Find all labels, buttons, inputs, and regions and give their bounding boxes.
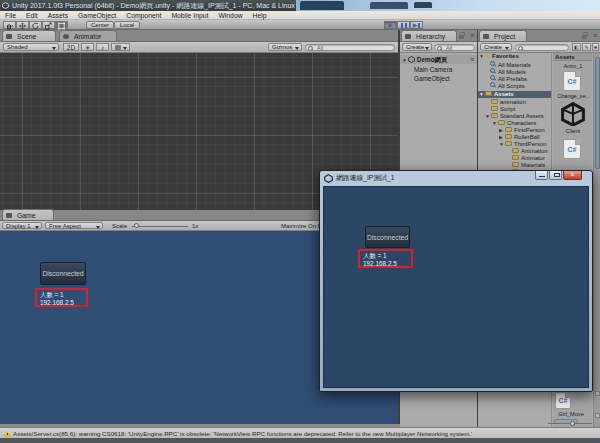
scene-name: Demo網頁 xyxy=(417,56,448,63)
shaded-dropdown[interactable]: Shaded xyxy=(3,43,59,51)
rect-tool-button[interactable] xyxy=(55,21,68,29)
pivot-center-button[interactable]: Center xyxy=(86,21,114,29)
tree-rollerball[interactable]: ▶RollerBall xyxy=(499,134,552,141)
aspect-dropdown[interactable]: Free Aspect xyxy=(45,222,103,229)
rotate-tool-button[interactable] xyxy=(29,21,42,29)
scale-icon xyxy=(44,22,53,30)
tree-all-prefabs[interactable]: All Prefabs xyxy=(490,75,552,82)
project-vscrollbar[interactable] xyxy=(593,53,600,427)
hand-tool-button[interactable] xyxy=(3,21,16,29)
menu-component[interactable]: Component xyxy=(121,11,166,20)
menu-assets[interactable]: Assets xyxy=(43,11,73,20)
scene-options-icon[interactable]: ≡ xyxy=(470,57,474,63)
asset-label-girl-move[interactable]: Girl_Move xyxy=(553,411,591,417)
icon-size-slider-handle[interactable] xyxy=(570,421,575,426)
move-tool-button[interactable] xyxy=(16,21,29,29)
asset-label-anim1[interactable]: Anim_1 xyxy=(553,63,592,69)
warning-icon xyxy=(3,431,11,437)
lock-icon[interactable] xyxy=(459,35,464,39)
unity-asset-icon[interactable] xyxy=(561,102,585,126)
tree-all-scripts[interactable]: All Scripts xyxy=(490,82,552,89)
project-vscroll-thumb[interactable] xyxy=(595,57,600,169)
background-window-tab xyxy=(414,2,432,8)
favorite-search-button[interactable]: ★ xyxy=(592,43,599,51)
maximize-icon xyxy=(554,173,560,177)
tree-all-materials[interactable]: All Materials xyxy=(490,61,552,68)
project-create-dropdown[interactable]: Create xyxy=(480,43,512,51)
tree-animation-sub[interactable]: Animation xyxy=(512,148,552,155)
tree-firstperson[interactable]: ▶FirstPerson xyxy=(499,127,552,134)
search-by-label-button[interactable]: ✎ xyxy=(582,43,591,51)
2d-toggle[interactable]: 2D xyxy=(63,43,79,51)
tree-assets[interactable]: ▼Assets xyxy=(478,91,552,98)
project-tab-icon xyxy=(483,34,489,39)
tree-thirdperson[interactable]: ▼ThirdPerson xyxy=(499,141,552,148)
display-dropdown[interactable]: Display 1 xyxy=(2,222,42,229)
tab-animator[interactable]: Animator xyxy=(59,30,117,41)
lighting-toggle[interactable]: ☀ xyxy=(81,43,94,51)
scale-slider-handle[interactable] xyxy=(134,223,139,228)
disconnected-button[interactable]: Disconnected xyxy=(365,226,410,248)
pause-button[interactable] xyxy=(397,21,410,29)
play-button[interactable]: ▶ xyxy=(384,21,397,29)
disconnected-button[interactable]: Disconnected xyxy=(40,262,86,285)
maximize-on-play-toggle[interactable]: Maximize On Play xyxy=(281,223,319,229)
tab-project[interactable]: Project xyxy=(479,30,527,41)
scroll-arrow-up[interactable] xyxy=(595,391,600,396)
status-bar[interactable]: Assets/Server.cs(85,6): warning CS0618: … xyxy=(0,427,600,438)
csharp-script-icon[interactable]: C# xyxy=(563,139,581,159)
panel-menu-icon[interactable]: ≡ xyxy=(593,33,597,39)
project-search-input[interactable] xyxy=(515,44,569,51)
search-by-type-button[interactable]: ◧ xyxy=(572,43,581,51)
hierarchy-item-main-camera[interactable]: Main Camera xyxy=(400,65,477,74)
tab-game[interactable]: Game xyxy=(2,209,54,220)
unity-editor-window: Unity 2017.1.0f3 Personal (64bit) - Demo… xyxy=(0,0,600,443)
assets-breadcrumb[interactable]: Assets xyxy=(553,53,592,61)
menu-window[interactable]: Window xyxy=(213,11,247,20)
menu-file[interactable]: File xyxy=(0,11,21,20)
hierarchy-create-dropdown[interactable]: Create xyxy=(402,43,432,51)
panel-menu-icon[interactable]: ≡ xyxy=(470,33,474,39)
standalone-player-window[interactable]: 網路連線_IP測試_1 × Disconnected 人數 = 1 192.16… xyxy=(319,170,593,392)
audio-toggle[interactable]: ♪ xyxy=(96,43,109,51)
step-button[interactable]: ▶ xyxy=(410,21,423,29)
asset-label-change-se[interactable]: Change_se.. xyxy=(553,93,592,99)
hierarchy-item-gameobject[interactable]: GameObject xyxy=(400,74,477,83)
folder-icon xyxy=(505,134,512,139)
menu-help[interactable]: Help xyxy=(248,11,272,20)
minimize-button[interactable] xyxy=(535,171,548,180)
tree-animator-sub[interactable]: Animator xyxy=(512,155,552,162)
close-button[interactable]: × xyxy=(563,171,582,180)
effects-dropdown[interactable] xyxy=(111,43,130,51)
tree-animation[interactable]: animation xyxy=(491,99,552,106)
tree-standard-assets[interactable]: ▼Standard Assets xyxy=(485,113,552,120)
tab-hierarchy[interactable]: Hierarchy xyxy=(401,30,457,41)
tab-scene[interactable]: Scene xyxy=(2,30,56,41)
scale-label: Scale xyxy=(112,223,127,229)
csharp-script-icon-girl-move[interactable]: C# xyxy=(555,392,571,409)
tree-all-models[interactable]: All Models xyxy=(490,68,552,75)
gizmos-dropdown[interactable]: Gizmos xyxy=(268,43,302,51)
handle-local-button[interactable]: Local xyxy=(114,21,140,29)
search-icon xyxy=(308,46,312,50)
asset-label-client[interactable]: Client xyxy=(553,128,592,134)
tree-favorites[interactable]: ▼★ Favorites xyxy=(479,53,551,60)
background-window-tab xyxy=(370,2,408,9)
scroll-arrow-down[interactable] xyxy=(595,413,600,418)
scale-slider[interactable] xyxy=(132,226,188,227)
search-filter-icon xyxy=(490,68,496,74)
csharp-script-icon[interactable]: C# xyxy=(563,71,581,91)
scene-search-input[interactable]: All xyxy=(305,44,395,51)
tree-script[interactable]: Script xyxy=(491,106,552,113)
maximize-button[interactable] xyxy=(549,171,562,180)
lock-icon[interactable] xyxy=(582,35,587,39)
scene-header-row[interactable]: ▼ Demo網頁 ≡ xyxy=(400,55,477,64)
hierarchy-search-input[interactable]: All xyxy=(434,44,475,51)
tree-materials-sub[interactable]: Materials xyxy=(512,162,552,169)
animator-tab-icon xyxy=(63,34,69,39)
menu-edit[interactable]: Edit xyxy=(21,11,43,20)
menu-gameobject[interactable]: GameObject xyxy=(73,11,121,20)
tree-characters[interactable]: ▼Characters xyxy=(492,120,552,127)
menu-mobile-input[interactable]: Mobile Input xyxy=(166,11,213,20)
scale-tool-button[interactable] xyxy=(42,21,55,29)
